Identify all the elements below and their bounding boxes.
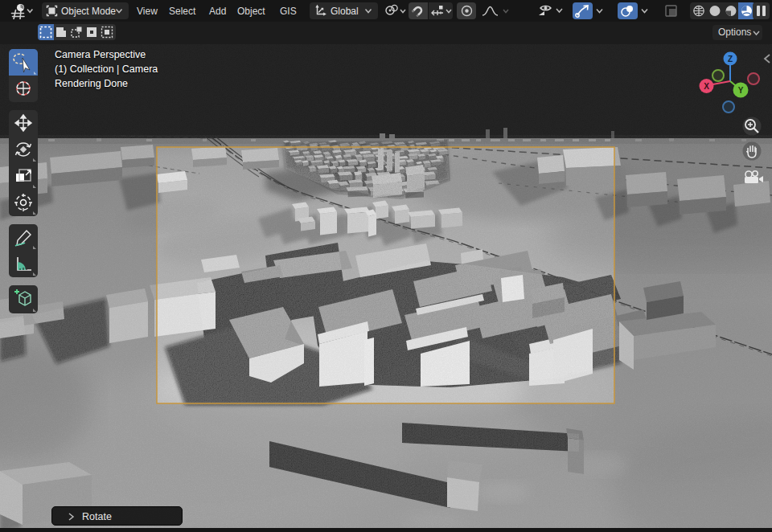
svg-text:X: X [704, 82, 709, 91]
svg-text:Y: Y [738, 86, 744, 95]
svg-text:Z: Z [728, 55, 733, 63]
